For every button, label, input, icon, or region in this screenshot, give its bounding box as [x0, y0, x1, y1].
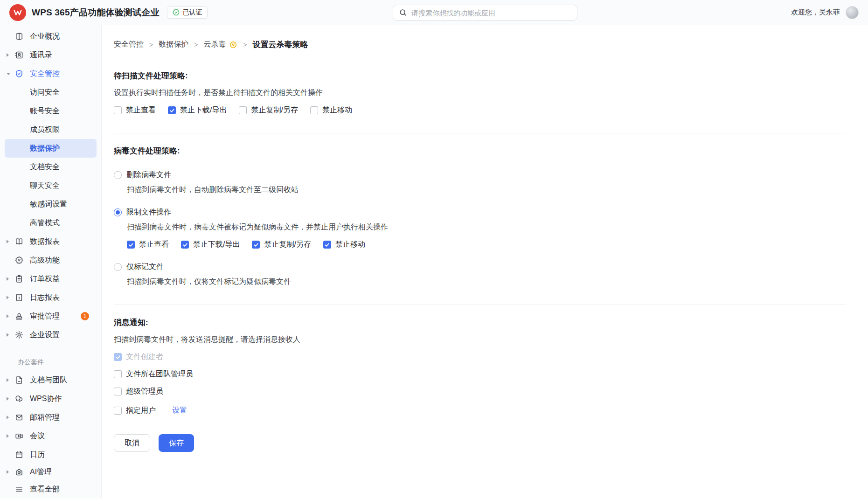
checkbox-forbid-copy-saveas[interactable]: 禁止复制/另存 [239, 105, 298, 115]
checkbox-box[interactable] [114, 388, 122, 395]
checkbox-box[interactable] [239, 106, 247, 114]
cancel-button[interactable]: 取消 [114, 434, 150, 452]
contacts-icon [14, 50, 24, 60]
avatar[interactable] [846, 6, 859, 19]
stamp-icon [14, 311, 24, 321]
checkbox-box[interactable] [114, 106, 122, 114]
chevron-right-icon [7, 470, 11, 474]
main-content: 安全管控 数据保护 云杀毒 设置云杀毒策略 待扫描文件处理策略: 设置执行实时扫… [102, 25, 868, 499]
scan-policy-title: 待扫描文件处理策略: [114, 70, 846, 81]
sidebar-item-executive-mode[interactable]: 高管模式 [0, 214, 101, 232]
radio-delete-description: 扫描到病毒文件时，自动删除病毒文件至二级回收站 [127, 185, 846, 195]
sidebar-section-office-suite: 办公套件 [0, 354, 101, 371]
sidebar-item-mailbox-management[interactable]: 邮箱管理 [0, 408, 101, 427]
sidebar-item-data-reports[interactable]: 数据报表 [0, 232, 101, 251]
sidebar-item-member-permissions[interactable]: 成员权限 [0, 120, 101, 139]
sidebar-item-data-protection[interactable]: 数据保护 [5, 139, 97, 158]
premium-seal-icon [14, 255, 24, 265]
global-search[interactable] [393, 5, 577, 21]
sidebar-item-view-all[interactable]: 查看全部 [0, 480, 101, 499]
checkbox-forbid-copy-saveas[interactable]: 禁止复制/另存 [252, 240, 311, 250]
sidebar-item-advanced-features[interactable]: 高级功能 [0, 251, 101, 270]
section-divider [114, 305, 846, 305]
sidebar-item-contacts[interactable]: 通讯录 [0, 46, 101, 64]
checkbox-team-admin[interactable]: 文件所在团队管理员 [114, 369, 846, 379]
checkbox-box [114, 353, 122, 361]
calendar-icon [14, 450, 24, 460]
search-icon [399, 8, 407, 17]
notify-options: 文件创建者 文件所在团队管理员 超级管理员 指定用户 设置 [114, 352, 846, 416]
radio-delete-virus-file[interactable]: 删除病毒文件 [114, 170, 846, 180]
chevron-right-icon [7, 333, 11, 337]
checkbox-specified-users[interactable]: 指定用户 设置 [114, 406, 846, 416]
sidebar-item-wps-collab[interactable]: WPS协作 [0, 389, 101, 408]
checkbox-box[interactable] [168, 106, 176, 114]
scan-policy-options: 禁止查看 禁止下载/导出 禁止复制/另存 禁止移动 [114, 105, 846, 115]
shield-check-icon [14, 69, 24, 79]
checkbox-forbid-download-export[interactable]: 禁止下载/导出 [168, 105, 227, 115]
save-button[interactable]: 保存 [159, 434, 194, 452]
checkbox-box[interactable] [252, 241, 260, 249]
checkbox-forbid-view[interactable]: 禁止查看 [127, 240, 169, 250]
sidebar-item-order-benefits[interactable]: 订单权益 [0, 270, 101, 288]
checkbox-forbid-move[interactable]: 禁止移动 [323, 240, 365, 250]
checkbox-box[interactable] [127, 241, 135, 249]
checkbox-super-admin[interactable]: 超级管理员 [114, 387, 846, 396]
breadcrumb-security-control[interactable]: 安全管控 [114, 40, 144, 49]
sidebar-item-account-security[interactable]: 账号安全 [0, 102, 101, 120]
chat-bubbles-icon [14, 394, 24, 404]
approval-count-badge: 1 [81, 312, 89, 320]
checkbox-forbid-download-export[interactable]: 禁止下载/导出 [181, 240, 240, 250]
sidebar-item-log-reports[interactable]: 日志报表 [0, 288, 101, 307]
top-bar: WPS 365产品功能体验测试企业 已认证 欢迎您，吴永菲 [0, 0, 868, 25]
sidebar-item-chat-security[interactable]: 聊天安全 [0, 176, 101, 195]
chevron-right-icon [7, 416, 11, 419]
building-icon [14, 31, 24, 42]
radio-restrict-file-ops[interactable]: 限制文件操作 [114, 208, 846, 217]
checkbox-box[interactable] [114, 407, 122, 415]
clipboard-icon [14, 274, 24, 284]
checkbox-box[interactable] [323, 241, 331, 249]
checkbox-box[interactable] [181, 241, 189, 249]
radio-mark-description: 扫描到病毒文件时，仅将文件标记为疑似病毒文件 [127, 277, 846, 287]
sidebar-item-docs-and-teams[interactable]: 文档与团队 [0, 371, 101, 389]
restrict-options: 禁止查看 禁止下载/导出 禁止复制/另存 禁止移动 [127, 240, 846, 250]
radio-circle[interactable] [114, 208, 122, 216]
welcome-text: 欢迎您，吴永菲 [791, 8, 840, 17]
sidebar-item-security-control[interactable]: 安全管控 [0, 64, 101, 83]
settings-link[interactable]: 设置 [172, 406, 187, 416]
chevron-right-icon [7, 314, 11, 318]
sidebar-item-meetings[interactable]: 会议 [0, 427, 101, 445]
sidebar-item-approval-management[interactable]: 审批管理 1 [0, 307, 101, 326]
sidebar-item-doc-security[interactable]: 文档安全 [0, 158, 101, 176]
hamburger-menu-icon [14, 484, 24, 494]
virus-policy-title: 病毒文件处理策略: [114, 146, 846, 156]
radio-circle[interactable] [114, 171, 122, 179]
checkbox-box[interactable] [310, 106, 318, 114]
sidebar-item-sensitive-words[interactable]: 敏感词设置 [0, 195, 101, 214]
mail-icon [14, 412, 24, 423]
sidebar-item-enterprise-settings[interactable]: 企业设置 [0, 326, 101, 344]
sidebar-item-ai-management[interactable]: AI管理 [0, 464, 101, 480]
sidebar-item-access-security[interactable]: 访问安全 [0, 83, 101, 102]
breadcrumb-separator [243, 41, 247, 49]
search-input[interactable] [411, 9, 571, 17]
sidebar-item-org-overview[interactable]: 企业概况 [0, 27, 101, 46]
breadcrumb-data-protection[interactable]: 数据保护 [159, 40, 188, 49]
radio-mark-file-only[interactable]: 仅标记文件 [114, 262, 846, 272]
breadcrumb-cloud-antivirus[interactable]: 云杀毒 [203, 40, 226, 49]
scan-policy-description: 设置执行实时扫描任务时，是否禁止待扫描文件的相关文件操作 [114, 88, 846, 98]
checkbox-forbid-view[interactable]: 禁止查看 [114, 105, 156, 115]
radio-circle[interactable] [114, 263, 122, 271]
sidebar-item-calendar[interactable]: 日历 [0, 445, 101, 464]
ai-camera-icon [14, 467, 24, 477]
verified-seal-icon [172, 8, 180, 16]
checkbox-forbid-move[interactable]: 禁止移动 [310, 105, 352, 115]
chevron-right-icon [7, 277, 11, 281]
checkbox-box[interactable] [114, 370, 122, 378]
breadcrumb-separator [149, 41, 153, 49]
radio-restrict-description: 扫描到病毒文件时，病毒文件被标记为疑似病毒文件，并禁止用户执行相关操作 [127, 222, 846, 232]
form-actions: 取消 保存 [114, 434, 846, 452]
verified-badge: 已认证 [167, 6, 208, 19]
checkbox-file-creator: 文件创建者 [114, 352, 846, 362]
